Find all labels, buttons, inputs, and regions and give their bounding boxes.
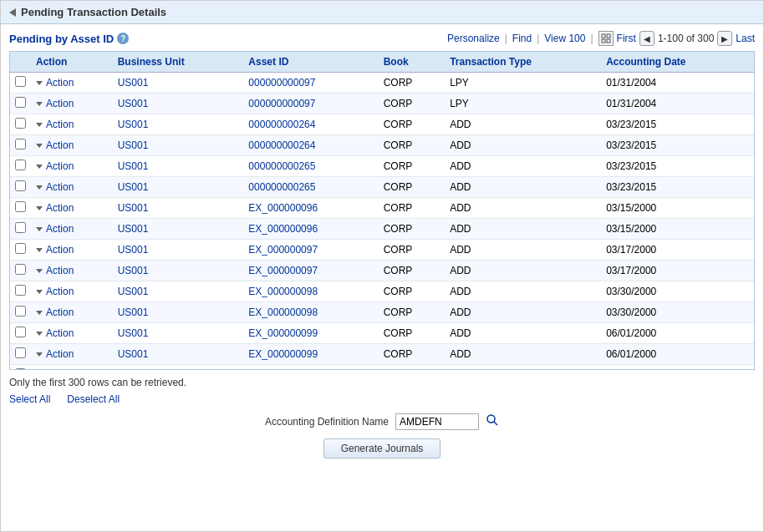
action-link[interactable]: Action bbox=[46, 265, 74, 276]
business-unit-link[interactable]: US001 bbox=[118, 327, 149, 339]
row-checkbox[interactable] bbox=[15, 180, 26, 191]
action-link[interactable]: Action bbox=[46, 77, 74, 89]
action-link[interactable]: Action bbox=[46, 327, 74, 339]
action-link[interactable]: Action bbox=[46, 244, 74, 256]
row-checkbox-cell bbox=[10, 302, 31, 323]
transaction-type-cell: ADD bbox=[445, 198, 601, 219]
action-dropdown-arrow[interactable] bbox=[36, 290, 43, 294]
asset-id-cell: EX_000000096 bbox=[243, 198, 378, 219]
row-checkbox[interactable] bbox=[15, 76, 26, 87]
action-link[interactable]: Action bbox=[46, 202, 74, 214]
action-dropdown-arrow[interactable] bbox=[36, 81, 43, 85]
action-dropdown-arrow[interactable] bbox=[36, 227, 43, 231]
row-checkbox-cell bbox=[10, 240, 31, 261]
action-cell: Action bbox=[31, 177, 113, 198]
business-unit-link[interactable]: US001 bbox=[118, 139, 149, 151]
asset-id-link[interactable]: 000000000097 bbox=[248, 98, 315, 109]
asset-id-link[interactable]: 000000000264 bbox=[248, 139, 315, 151]
select-all-link[interactable]: Select All bbox=[9, 393, 50, 405]
row-checkbox[interactable] bbox=[15, 243, 26, 254]
business-unit-link[interactable]: US001 bbox=[118, 223, 149, 235]
business-unit-link[interactable]: US001 bbox=[118, 307, 149, 318]
footer-form: Accounting Definition Name bbox=[9, 413, 755, 430]
action-dropdown-arrow[interactable] bbox=[36, 144, 43, 148]
action-dropdown-arrow[interactable] bbox=[36, 102, 43, 106]
action-dropdown-arrow[interactable] bbox=[36, 269, 43, 273]
book-cell: CORP bbox=[379, 240, 445, 261]
asset-id-link[interactable]: EX_000000097 bbox=[248, 244, 318, 256]
row-checkbox[interactable] bbox=[15, 285, 26, 296]
grid-icon[interactable] bbox=[598, 31, 614, 46]
action-link[interactable]: Action bbox=[46, 348, 74, 360]
asset-id-link[interactable]: EX_000000097 bbox=[248, 265, 318, 276]
generate-journals-button[interactable]: Generate Journals bbox=[323, 438, 441, 459]
action-link[interactable]: Action bbox=[46, 223, 74, 235]
row-checkbox[interactable] bbox=[15, 327, 26, 337]
action-link[interactable]: Action bbox=[46, 139, 74, 151]
business-unit-link[interactable]: US001 bbox=[118, 202, 149, 214]
row-checkbox[interactable] bbox=[15, 368, 26, 369]
table-scroll[interactable]: Action Business Unit Asset ID Book Trans… bbox=[10, 52, 754, 369]
asset-id-cell: 000000000097 bbox=[243, 73, 378, 94]
action-cell: Action bbox=[31, 219, 113, 240]
asset-id-link[interactable]: 000000000265 bbox=[248, 160, 315, 172]
action-dropdown-arrow[interactable] bbox=[36, 332, 43, 336]
action-link[interactable]: Action bbox=[46, 160, 74, 172]
row-checkbox[interactable] bbox=[15, 306, 26, 317]
row-checkbox[interactable] bbox=[15, 347, 26, 358]
business-unit-link[interactable]: US001 bbox=[118, 98, 149, 109]
action-link[interactable]: Action bbox=[46, 307, 74, 318]
business-unit-link[interactable]: US001 bbox=[118, 160, 149, 172]
row-checkbox[interactable] bbox=[15, 264, 26, 275]
action-dropdown-arrow[interactable] bbox=[36, 165, 43, 169]
svg-line-5 bbox=[494, 422, 497, 425]
business-unit-link[interactable]: US001 bbox=[118, 77, 149, 89]
business-unit-link[interactable]: US001 bbox=[118, 348, 149, 360]
action-link[interactable]: Action bbox=[46, 98, 74, 109]
help-icon[interactable]: ? bbox=[117, 33, 129, 44]
asset-id-link[interactable]: EX_000000099 bbox=[248, 348, 318, 360]
asset-id-link[interactable]: EX_000000096 bbox=[248, 202, 318, 214]
action-dropdown-arrow[interactable] bbox=[36, 352, 43, 357]
action-dropdown-arrow[interactable] bbox=[36, 311, 43, 315]
find-link[interactable]: Find bbox=[512, 33, 532, 44]
row-checkbox-cell bbox=[10, 177, 31, 198]
action-dropdown-arrow[interactable] bbox=[36, 123, 43, 127]
asset-id-link[interactable]: EX_000000096 bbox=[248, 223, 318, 235]
action-dropdown-arrow[interactable] bbox=[36, 185, 43, 190]
prev-arrow[interactable]: ◀ bbox=[639, 31, 654, 46]
asset-id-link[interactable]: EX_000000098 bbox=[248, 286, 318, 297]
row-checkbox[interactable] bbox=[15, 222, 26, 233]
action-link[interactable]: Action bbox=[46, 181, 74, 193]
action-link[interactable]: Action bbox=[46, 119, 74, 130]
first-label[interactable]: First bbox=[617, 33, 636, 44]
next-arrow[interactable]: ▶ bbox=[717, 31, 732, 46]
action-link[interactable]: Action bbox=[46, 286, 74, 297]
business-unit-link[interactable]: US001 bbox=[118, 181, 149, 193]
row-checkbox[interactable] bbox=[15, 201, 26, 212]
asset-id-link[interactable]: 000000000264 bbox=[248, 119, 315, 130]
search-icon[interactable] bbox=[486, 413, 499, 430]
asset-id-link[interactable]: 000000000097 bbox=[248, 77, 315, 89]
row-checkbox[interactable] bbox=[15, 139, 26, 149]
asset-id-link[interactable]: 000000000265 bbox=[248, 181, 315, 193]
action-dropdown-arrow[interactable] bbox=[36, 206, 43, 210]
action-dropdown-arrow[interactable] bbox=[36, 248, 43, 252]
business-unit-link[interactable]: US001 bbox=[118, 244, 149, 256]
personalize-link[interactable]: Personalize bbox=[447, 33, 500, 44]
collapse-icon[interactable] bbox=[9, 8, 16, 17]
view-link[interactable]: View 100 bbox=[544, 33, 585, 44]
deselect-all-link[interactable]: Deselect All bbox=[67, 393, 120, 405]
asset-id-link[interactable]: EX_000000099 bbox=[248, 327, 318, 339]
transaction-type-cell: ADD bbox=[445, 240, 601, 261]
business-unit-link[interactable]: US001 bbox=[118, 119, 149, 130]
last-label[interactable]: Last bbox=[736, 33, 755, 44]
business-unit-link[interactable]: US001 bbox=[118, 286, 149, 297]
acct-def-input[interactable] bbox=[395, 413, 479, 430]
row-checkbox[interactable] bbox=[15, 97, 26, 108]
row-checkbox[interactable] bbox=[15, 160, 26, 170]
asset-id-link[interactable]: EX_000000098 bbox=[248, 307, 318, 318]
row-checkbox[interactable] bbox=[15, 118, 26, 129]
book-cell: CORP bbox=[379, 365, 445, 370]
business-unit-link[interactable]: US001 bbox=[118, 265, 149, 276]
